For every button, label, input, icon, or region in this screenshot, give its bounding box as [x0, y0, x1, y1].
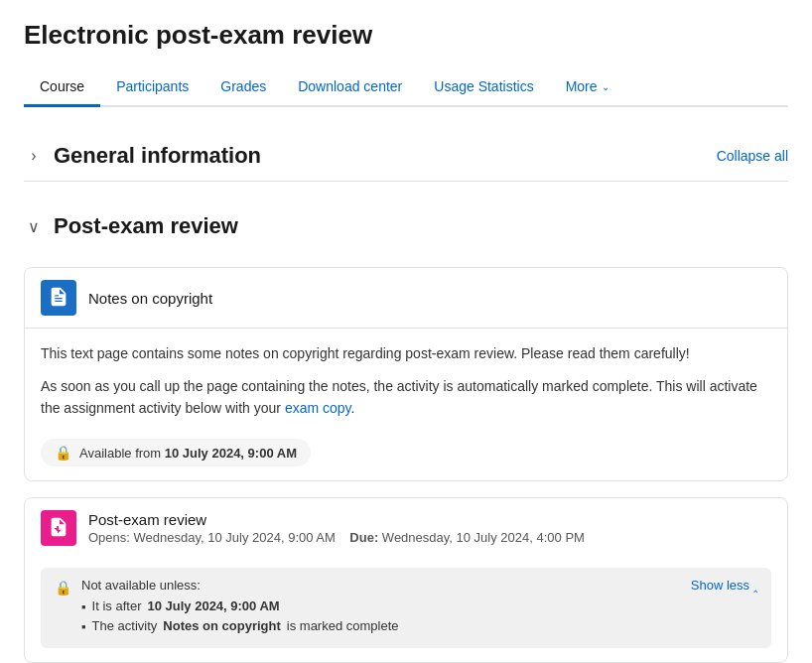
post-exam-review-card: Post-exam review Opens: Wednesday, 10 Ju… — [24, 497, 788, 663]
tab-usage-statistics[interactable]: Usage Statistics — [418, 68, 549, 107]
tab-grades[interactable]: Grades — [204, 68, 282, 107]
post-exam-section-title: Post-exam review — [54, 213, 238, 239]
availability-bar: 🔒 Available from 10 July 2024, 9:00 AM — [41, 439, 311, 466]
not-available-lock-icon: 🔒 — [55, 580, 71, 638]
tab-download-center[interactable]: Download center — [282, 68, 418, 107]
availability-date: 10 July 2024, 9:00 AM — [165, 446, 297, 461]
notes-icon-container — [41, 280, 76, 316]
collapse-all-link[interactable]: Collapse all — [717, 148, 788, 164]
review-title-block: Post-exam review Opens: Wednesday, 10 Ju… — [88, 511, 585, 545]
chevron-down-icon: ⌄ — [602, 81, 609, 92]
condition-2-activity: Notes on copyright — [163, 618, 280, 633]
review-meta: Opens: Wednesday, 10 July 2024, 9:00 AM … — [88, 530, 585, 545]
condition-1: It is after 10 July 2024, 9:00 AM — [81, 598, 679, 614]
not-available-title: Not available unless: — [81, 578, 679, 593]
page-title: Electronic post-exam review — [24, 20, 788, 51]
notes-description-2: As soon as you call up the page containi… — [41, 375, 771, 420]
upload-icon — [48, 516, 69, 541]
not-available-bar: 🔒 Not available unless: It is after 10 J… — [41, 568, 771, 648]
condition-1-date: 10 July 2024, 9:00 AM — [147, 598, 279, 613]
notes-on-copyright-card: Notes on copyright This text page contai… — [24, 267, 788, 481]
review-card-header: Post-exam review Opens: Wednesday, 10 Ju… — [25, 498, 787, 558]
tab-more[interactable]: More ⌄ — [550, 68, 625, 107]
post-exam-toggle[interactable]: ∨ — [24, 217, 44, 236]
lock-icon: 🔒 — [55, 445, 71, 461]
general-info-title: General information — [54, 143, 261, 169]
review-card-body: 🔒 Not available unless: It is after 10 J… — [25, 568, 787, 662]
review-title[interactable]: Post-exam review — [88, 511, 585, 528]
exam-copy-link[interactable]: exam copy — [285, 400, 351, 416]
page-wrapper: Electronic post-exam review Course Parti… — [0, 0, 812, 663]
opens-label: Opens: — [88, 530, 130, 545]
due-date: Wednesday, 10 July 2024, 4:00 PM — [382, 530, 585, 545]
section-header-left-2: ∨ Post-exam review — [24, 213, 238, 239]
post-exam-section-header: ∨ Post-exam review — [24, 201, 788, 251]
review-icon-container — [41, 510, 76, 546]
due-label: Due: — [349, 530, 378, 545]
tab-participants[interactable]: Participants — [100, 68, 204, 107]
section-header-left: › General information — [24, 143, 261, 169]
notes-description-1: This text page contains some notes on co… — [41, 342, 771, 364]
nav-tabs: Course Participants Grades Download cent… — [24, 68, 788, 107]
not-available-content: 🔒 Not available unless: It is after 10 J… — [55, 578, 679, 638]
notes-title[interactable]: Notes on copyright — [88, 290, 212, 307]
opens-date: Wednesday, 10 July 2024, 9:00 AM — [134, 530, 336, 545]
show-less-link[interactable]: Show less ‸ — [691, 578, 757, 593]
general-information-section: › General information Collapse all — [24, 131, 788, 182]
notes-card-header: Notes on copyright — [25, 268, 787, 329]
not-available-text: Not available unless: It is after 10 Jul… — [81, 578, 679, 638]
condition-2: The activity Notes on copyright is marke… — [81, 618, 679, 634]
tab-course[interactable]: Course — [24, 68, 100, 107]
availability-text: Available from 10 July 2024, 9:00 AM — [79, 446, 297, 461]
general-info-toggle[interactable]: › — [24, 147, 44, 165]
chevron-up-icon: ‸ — [753, 578, 757, 593]
notes-body: This text page contains some notes on co… — [25, 329, 787, 480]
conditions-list: It is after 10 July 2024, 9:00 AM The ac… — [81, 598, 679, 634]
post-exam-review-section: ∨ Post-exam review Notes on copyright Th — [24, 201, 788, 663]
file-text-icon — [48, 286, 69, 311]
